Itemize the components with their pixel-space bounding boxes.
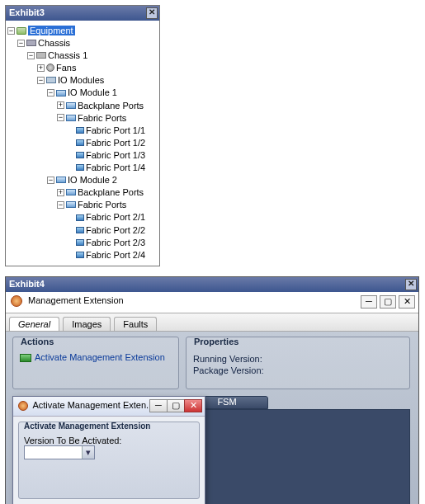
dialog-titlebar[interactable]: Activate Management Exten... ─ ▢ ✕ <box>13 397 205 417</box>
minimize-button[interactable]: ─ <box>361 295 377 309</box>
chevron-down-icon[interactable]: ▾ <box>82 446 94 459</box>
port-icon <box>76 252 84 258</box>
expand-icon[interactable]: + <box>57 101 64 109</box>
exhibit4-panel: Exhibit4 ✕ Management Extension ─ ▢ ✕ Ge… <box>5 276 419 504</box>
tree-node-backplane1[interactable]: +Backplane Ports <box>7 99 158 111</box>
maximize-button[interactable]: ▢ <box>380 295 396 309</box>
dialog-body: Activate Management Extension Version To… <box>13 417 205 504</box>
fan-icon <box>46 64 54 72</box>
exhibit4-titlebar: Exhibit4 ✕ <box>6 277 418 292</box>
tree-node-equipment[interactable]: −Equipment <box>7 24 158 36</box>
port-icon <box>76 214 84 221</box>
window-controls: ─ ▢ ✕ <box>361 295 415 309</box>
ports-icon <box>66 102 76 109</box>
equipment-tree[interactable]: −Equipment −Chassis −Chassis 1 +Fans −IO… <box>6 21 159 266</box>
collapse-icon[interactable]: − <box>17 40 25 47</box>
package-version-label: Package Version: <box>193 365 403 375</box>
collapse-icon[interactable]: − <box>57 114 64 121</box>
chassis-icon <box>36 52 46 59</box>
version-field-row: Version To Be Activated: ▾ <box>24 436 194 459</box>
dialog-close-button[interactable]: ✕ <box>184 399 202 412</box>
window-header: Management Extension ─ ▢ ✕ <box>6 292 418 313</box>
close-icon[interactable]: ✕ <box>146 7 158 19</box>
dialog-controls: ─ ▢ ✕ <box>150 399 202 412</box>
tree-node-iomodules[interactable]: −IO Modules <box>7 73 158 86</box>
io-module-icon <box>56 177 66 183</box>
tree-node-fabric2[interactable]: −Fabric Ports <box>7 198 158 210</box>
port-icon <box>76 164 84 171</box>
dialog-group-title: Activate Management Extension <box>24 422 150 431</box>
close-icon[interactable]: ✕ <box>405 279 417 290</box>
close-button[interactable]: ✕ <box>399 295 415 309</box>
tree-node-fabric1[interactable]: −Fabric Ports <box>7 111 158 124</box>
tree-node-port[interactable]: Fabric Port 2/2 <box>7 224 158 236</box>
tree-node-port[interactable]: Fabric Port 2/3 <box>7 236 158 248</box>
port-icon <box>76 152 84 158</box>
fsm-panel <box>186 409 410 504</box>
tab-images[interactable]: Images <box>63 317 111 331</box>
java-icon <box>11 295 22 307</box>
activate-extension-link[interactable]: Activate Management Extension <box>20 352 172 362</box>
tree-node-port[interactable]: Fabric Port 1/3 <box>7 148 158 161</box>
tab-faults[interactable]: Faults <box>114 317 157 331</box>
version-label: Version To Be Activated: <box>24 436 121 445</box>
collapse-icon[interactable]: − <box>47 89 54 97</box>
port-icon <box>76 127 84 134</box>
folder-icon <box>17 27 26 35</box>
port-icon <box>76 139 84 146</box>
tree-node-chassis1[interactable]: −Chassis 1 <box>7 49 158 61</box>
dialog-maximize-button[interactable]: ▢ <box>167 399 185 412</box>
port-icon <box>76 239 84 246</box>
tab-bar: General Images Faults <box>6 313 418 332</box>
tree-node-backplane2[interactable]: +Backplane Ports <box>7 186 158 198</box>
dialog-minimize-button[interactable]: ─ <box>149 399 168 412</box>
version-combobox[interactable]: ▾ <box>24 445 95 459</box>
ports-icon <box>66 201 76 208</box>
port-icon <box>76 227 84 233</box>
actions-group: Actions Activate Management Extension <box>12 337 179 389</box>
dialog-group: Activate Management Extension Version To… <box>18 422 200 499</box>
tab-general[interactable]: General <box>9 317 59 331</box>
collapse-icon[interactable]: − <box>57 201 64 209</box>
expand-icon[interactable]: + <box>37 64 45 72</box>
tree-node-iomodule2[interactable]: −IO Module 2 <box>7 173 158 186</box>
tree-node-port[interactable]: Fabric Port 1/2 <box>7 136 158 148</box>
collapse-icon[interactable]: − <box>7 27 15 35</box>
tab-body: Actions Activate Management Extension Pr… <box>6 332 418 504</box>
collapse-icon[interactable]: − <box>37 77 45 84</box>
window-title: Management Extension <box>28 295 124 305</box>
tree-node-fans[interactable]: +Fans <box>7 61 158 73</box>
java-icon <box>18 401 28 411</box>
activate-icon <box>20 354 31 362</box>
tree-node-port[interactable]: Fabric Port 1/4 <box>7 161 158 173</box>
tree-node-port[interactable]: Fabric Port 1/1 <box>7 124 158 136</box>
chassis-group-icon <box>26 40 36 46</box>
exhibit3-title: Exhibit3 <box>9 7 45 17</box>
tree-node-port[interactable]: Fabric Port 2/1 <box>7 210 158 223</box>
actions-title: Actions <box>18 337 56 346</box>
dialog-title: Activate Management Exten... <box>32 400 153 410</box>
exhibit3-panel: Exhibit3 ✕ −Equipment −Chassis −Chassis … <box>5 5 160 266</box>
collapse-icon[interactable]: − <box>27 52 35 59</box>
activate-dialog: Activate Management Exten... ─ ▢ ✕ Activ… <box>12 396 205 504</box>
expand-icon[interactable]: + <box>57 189 64 196</box>
collapse-icon[interactable]: − <box>47 177 54 184</box>
properties-group: Properties Running Version: Package Vers… <box>186 337 410 389</box>
tree-node-chassis-group[interactable]: −Chassis <box>7 36 158 49</box>
properties-title: Properties <box>191 337 241 346</box>
running-version-label: Running Version: <box>193 354 403 364</box>
io-modules-icon <box>46 77 56 83</box>
exhibit4-title: Exhibit4 <box>9 279 45 289</box>
exhibit3-titlebar: Exhibit3 ✕ <box>6 6 159 21</box>
ports-icon <box>66 189 76 195</box>
tree-node-iomodule1[interactable]: −IO Module 1 <box>7 86 158 98</box>
io-module-icon <box>56 90 66 97</box>
tree-node-port[interactable]: Fabric Port 2/4 <box>7 248 158 261</box>
ports-icon <box>66 115 76 121</box>
